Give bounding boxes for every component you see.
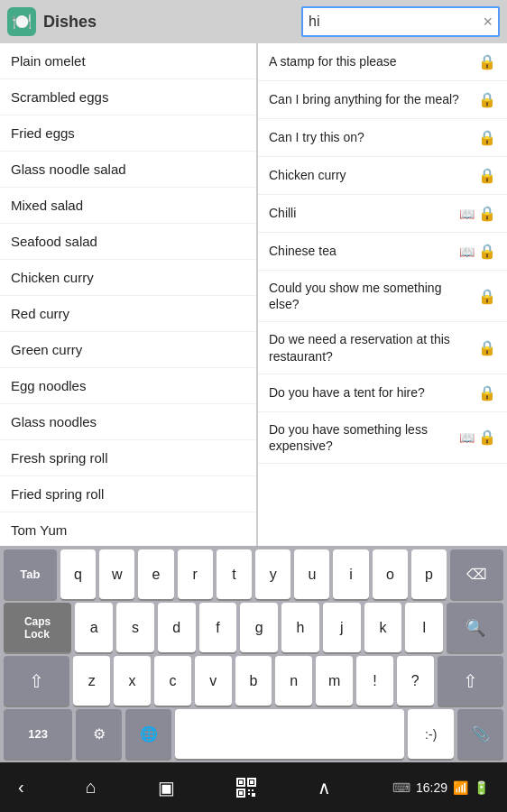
key-h[interactable]: h xyxy=(281,603,319,652)
suggestion-item[interactable]: Chicken curry 🔒 xyxy=(258,157,507,195)
suggestion-item[interactable]: Can I bring anything for the meal? 🔒 xyxy=(258,81,507,119)
svg-rect-5 xyxy=(239,791,243,795)
home-button[interactable]: ⌂ xyxy=(86,777,97,798)
app-icon: 🍽️ xyxy=(7,7,36,36)
keyboard-status-icon: ⌨ xyxy=(392,780,410,795)
backspace-key[interactable]: ⌫ xyxy=(450,549,503,599)
key-question[interactable]: ? xyxy=(397,656,434,706)
battery-icon: 🔋 xyxy=(474,780,489,795)
key-y[interactable]: y xyxy=(255,549,290,599)
list-item[interactable]: Tom Yum xyxy=(0,512,256,546)
svg-rect-9 xyxy=(252,793,255,797)
numbers-key[interactable]: 123 xyxy=(4,709,72,759)
suggestion-text: Could you show me something else? xyxy=(269,280,475,312)
suggestion-text: Chilli xyxy=(269,205,457,221)
lock-icon: 🔒 xyxy=(478,288,496,305)
key-z[interactable]: z xyxy=(73,656,110,706)
keyboard-row-3: ⇧ z x c v b n m ! ? ⇧ xyxy=(4,656,503,706)
search-container: × xyxy=(301,6,500,37)
list-item[interactable]: Mixed salad xyxy=(0,188,256,224)
lock-icon: 🔒 xyxy=(478,384,496,401)
key-u[interactable]: u xyxy=(294,549,329,599)
list-item[interactable]: Fried spring roll xyxy=(0,476,256,512)
key-w[interactable]: w xyxy=(99,549,134,599)
book-icon: 📖 xyxy=(459,207,475,221)
key-b[interactable]: b xyxy=(235,656,272,706)
key-e[interactable]: e xyxy=(138,549,173,599)
suggestion-item[interactable]: Can I try this on? 🔒 xyxy=(258,119,507,157)
shift-left-key[interactable]: ⇧ xyxy=(4,656,69,706)
recent-apps-button[interactable]: ▣ xyxy=(158,777,175,798)
key-l[interactable]: l xyxy=(405,603,443,652)
search-key[interactable]: 🔍 xyxy=(447,603,503,652)
key-j[interactable]: j xyxy=(323,603,361,652)
keyboard-row-2: CapsLock a s d f g h j k l 🔍 xyxy=(4,603,503,652)
key-f[interactable]: f xyxy=(199,603,237,652)
suggestion-item[interactable]: Chilli 📖 🔒 xyxy=(258,195,507,233)
lock-icon: 🔒 xyxy=(478,167,496,184)
suggestion-item[interactable]: A stamp for this please 🔒 xyxy=(258,43,507,81)
list-item[interactable]: Glass noodles xyxy=(0,404,256,440)
key-c[interactable]: c xyxy=(154,656,191,706)
suggestion-text: Can I try this on? xyxy=(269,129,475,145)
key-exclaim[interactable]: ! xyxy=(356,656,393,706)
search-close-icon[interactable]: × xyxy=(483,13,493,32)
lock-icon: 🔒 xyxy=(478,53,496,70)
key-t[interactable]: t xyxy=(217,549,252,599)
main-content: Plain omelet Scrambled eggs Fried eggs G… xyxy=(0,43,507,546)
suggestion-item[interactable]: Chinese tea 📖 🔒 xyxy=(258,233,507,271)
status-bar: ⌨ 16:29 📶 🔋 xyxy=(392,780,489,795)
suggestion-item[interactable]: Do you have a tent for hire? 🔒 xyxy=(258,374,507,412)
key-n[interactable]: n xyxy=(275,656,312,706)
key-p[interactable]: p xyxy=(411,549,447,599)
search-input[interactable] xyxy=(309,14,479,30)
top-bar: 🍽️ Dishes × xyxy=(0,0,507,43)
up-button[interactable]: ∧ xyxy=(318,777,331,798)
list-item[interactable]: Chicken curry xyxy=(0,260,256,296)
list-item[interactable]: Seafood salad xyxy=(0,224,256,260)
list-item[interactable]: Red curry xyxy=(0,296,256,332)
suggestion-item[interactable]: Could you show me something else? 🔒 xyxy=(258,271,507,322)
app-title: Dishes xyxy=(43,13,294,32)
key-k[interactable]: k xyxy=(364,603,402,652)
key-o[interactable]: o xyxy=(373,549,408,599)
suggestion-item[interactable]: Do you have something less expensive? 📖 … xyxy=(258,412,507,464)
list-item[interactable]: Egg noodles xyxy=(0,368,256,404)
key-v[interactable]: v xyxy=(195,656,232,706)
book-icon: 📖 xyxy=(459,430,475,445)
key-x[interactable]: x xyxy=(114,656,151,706)
list-item[interactable]: Glass noodle salad xyxy=(0,152,256,188)
key-s[interactable]: s xyxy=(116,603,154,652)
key-m[interactable]: m xyxy=(316,656,353,706)
caps-lock-key[interactable]: CapsLock xyxy=(4,603,71,652)
tab-key[interactable]: Tab xyxy=(4,549,57,599)
svg-rect-3 xyxy=(250,780,254,784)
key-i[interactable]: i xyxy=(333,549,368,599)
shift-right-key[interactable]: ⇧ xyxy=(438,656,503,706)
list-item[interactable]: Scrambled eggs xyxy=(0,79,256,115)
svg-rect-1 xyxy=(239,780,243,784)
back-button[interactable]: ‹ xyxy=(18,777,24,798)
list-item[interactable]: Green curry xyxy=(0,332,256,368)
suggestion-text: Chinese tea xyxy=(269,243,457,259)
settings-key[interactable]: ⚙ xyxy=(76,709,122,759)
nav-bar: ‹ ⌂ ▣ ∧ ⌨ 16:29 📶 🔋 xyxy=(0,762,507,812)
key-g[interactable]: g xyxy=(240,603,278,652)
list-item[interactable]: Fried eggs xyxy=(0,115,256,152)
list-item[interactable]: Fresh spring roll xyxy=(0,440,256,476)
key-q[interactable]: q xyxy=(60,549,96,599)
attach-key[interactable]: 📎 xyxy=(457,709,503,759)
key-d[interactable]: d xyxy=(158,603,196,652)
key-r[interactable]: r xyxy=(178,549,213,599)
suggestion-text: Do you have a tent for hire? xyxy=(269,384,475,401)
suggestion-text: A stamp for this please xyxy=(269,53,475,69)
key-a[interactable]: a xyxy=(75,603,113,652)
spacebar-key[interactable] xyxy=(175,709,404,759)
emoji-key[interactable]: :-) xyxy=(408,709,454,759)
dishes-list: Plain omelet Scrambled eggs Fried eggs G… xyxy=(0,43,257,546)
qr-button[interactable] xyxy=(236,778,256,798)
list-item[interactable]: Plain omelet xyxy=(0,43,256,79)
suggestion-item[interactable]: Do we need a reservation at this restaur… xyxy=(258,322,507,374)
language-key[interactable]: 🌐 xyxy=(125,709,171,759)
keyboard-row-4: 123 ⚙ 🌐 :-) 📎 xyxy=(4,709,503,759)
